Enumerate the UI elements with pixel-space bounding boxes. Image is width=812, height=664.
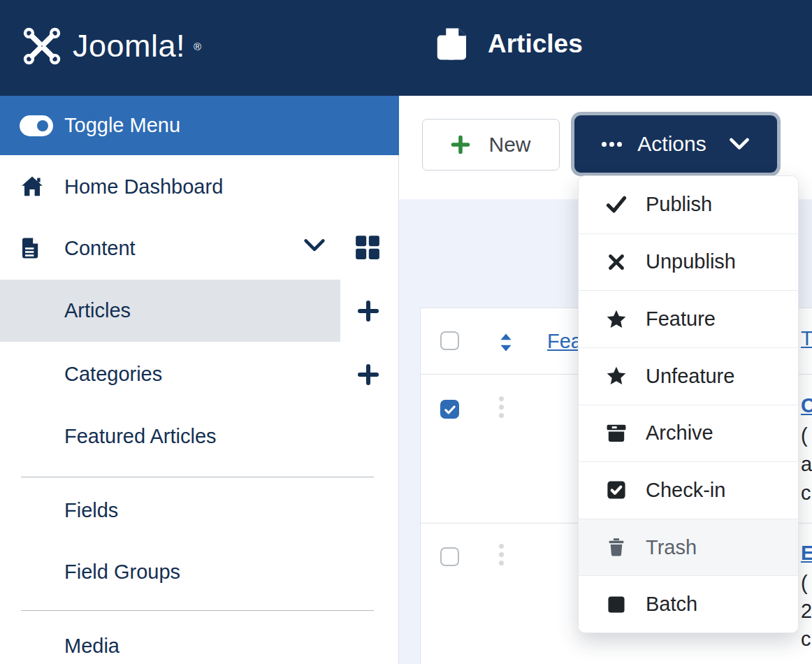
menu-item-unpublish[interactable]: Unpublish bbox=[579, 233, 798, 291]
page-title: Articles bbox=[435, 27, 583, 62]
menu-item-archive[interactable]: Archive bbox=[579, 405, 798, 462]
drag-handle[interactable] bbox=[499, 396, 504, 418]
archive-icon bbox=[605, 424, 628, 443]
new-button[interactable]: New bbox=[422, 119, 560, 171]
sidebar-item-label: Featured Articles bbox=[64, 425, 217, 448]
article-title-link[interactable]: E bbox=[801, 542, 812, 565]
menu-item-trash[interactable]: Trash bbox=[579, 519, 798, 576]
home-icon bbox=[20, 175, 45, 198]
brand[interactable]: Joomla! ® bbox=[20, 24, 201, 68]
actions-button-label: Actions bbox=[637, 132, 706, 156]
drag-handle[interactable] bbox=[499, 544, 504, 565]
article-meta-fragment: c bbox=[801, 628, 811, 651]
check-icon bbox=[605, 196, 628, 214]
sidebar-item-label: Field Groups bbox=[64, 561, 180, 584]
new-button-label: New bbox=[488, 133, 530, 157]
sidebar-item-articles[interactable]: Articles bbox=[0, 280, 399, 341]
star-icon bbox=[605, 309, 628, 330]
sidebar-divider bbox=[21, 477, 374, 477]
toggle-menu-button[interactable]: Toggle Menu bbox=[0, 96, 399, 155]
actions-button[interactable]: Actions bbox=[574, 115, 777, 173]
row-checkbox[interactable] bbox=[440, 547, 459, 566]
sidebar-item-label: Content bbox=[64, 237, 136, 260]
toggle-menu-label: Toggle Menu bbox=[64, 114, 180, 137]
article-meta-fragment: ( bbox=[801, 572, 808, 595]
menu-item-unfeature[interactable]: Unfeature bbox=[579, 347, 798, 405]
brand-name: Joomla! bbox=[73, 28, 185, 64]
ellipsis-icon bbox=[602, 142, 622, 147]
sidebar-item-fields[interactable]: Fields bbox=[0, 479, 399, 541]
sidebar-item-home-dashboard[interactable]: Home Dashboard bbox=[0, 156, 399, 217]
sidebar-item-field-groups[interactable]: Field Groups bbox=[0, 541, 399, 602]
star-icon bbox=[605, 366, 628, 387]
article-meta-fragment: ( bbox=[801, 424, 808, 447]
add-category-plus-icon[interactable] bbox=[357, 363, 379, 386]
document-icon bbox=[20, 236, 42, 261]
select-all-checkbox[interactable] bbox=[440, 331, 459, 350]
sidebar-item-media[interactable]: Media bbox=[0, 615, 399, 664]
sidebar-item-label: Categories bbox=[64, 363, 162, 386]
row-checkbox[interactable] bbox=[440, 400, 459, 419]
grid-dashboard-icon[interactable] bbox=[355, 235, 380, 260]
article-title-link[interactable]: C bbox=[801, 394, 812, 417]
page-title-text: Articles bbox=[488, 29, 583, 59]
sidebar-divider bbox=[21, 610, 374, 611]
chevron-down-icon[interactable] bbox=[303, 238, 326, 253]
sidebar-item-featured-articles[interactable]: Featured Articles bbox=[0, 405, 399, 467]
sidebar-item-label: Media bbox=[64, 635, 119, 658]
article-meta-fragment: a bbox=[801, 453, 812, 476]
article-meta-fragment: 2 bbox=[801, 600, 812, 623]
trash-icon bbox=[605, 537, 628, 558]
sidebar-item-categories[interactable]: Categories bbox=[0, 343, 399, 405]
registered-mark: ® bbox=[194, 41, 201, 52]
plus-icon bbox=[451, 135, 470, 154]
menu-item-batch[interactable]: Batch bbox=[579, 575, 798, 633]
toggle-switch-icon bbox=[20, 115, 53, 136]
sidebar-item-label: Articles bbox=[64, 299, 131, 322]
menu-item-publish[interactable]: Publish bbox=[579, 176, 798, 233]
sidebar-item-label: Home Dashboard bbox=[64, 175, 223, 199]
joomla-logo-icon bbox=[20, 24, 64, 68]
chevron-down-icon bbox=[729, 137, 750, 151]
sidebar-item-label: Fields bbox=[64, 499, 118, 522]
sidebar-item-content[interactable]: Content bbox=[0, 217, 399, 279]
app-header: Joomla! ® Articles bbox=[0, 0, 812, 96]
sidebar: Toggle Menu Home Dashboard Content bbox=[0, 96, 399, 664]
menu-item-feature[interactable]: Feature bbox=[579, 290, 798, 347]
menu-item-check-in[interactable]: Check-in bbox=[579, 461, 798, 519]
add-article-plus-icon[interactable] bbox=[357, 300, 379, 322]
square-icon bbox=[605, 595, 628, 614]
x-icon bbox=[605, 253, 628, 271]
actions-dropdown-menu: Publish Unpublish Feature Unfeature Arch… bbox=[578, 175, 799, 633]
sort-icon[interactable] bbox=[497, 333, 515, 352]
article-meta-fragment: c bbox=[801, 482, 811, 505]
articles-copy-icon bbox=[435, 27, 470, 62]
column-header-title[interactable]: T bbox=[801, 327, 812, 350]
check-square-icon bbox=[605, 480, 628, 500]
column-header-featured[interactable]: Fea bbox=[547, 330, 582, 353]
